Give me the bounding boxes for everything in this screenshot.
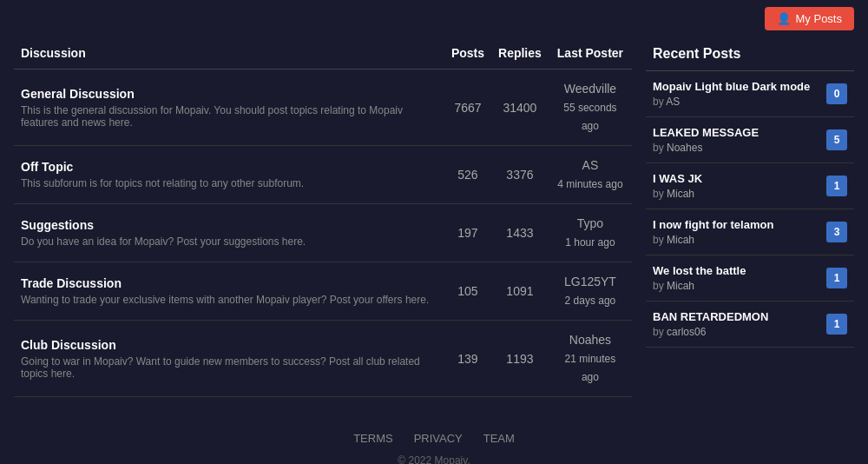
posts-cell: 139 <box>444 321 491 397</box>
footer-copy-line1: © 2022 Mopaiv. <box>0 452 868 464</box>
footer-links: TERMS PRIVACY TEAM <box>0 432 868 445</box>
footer-copy: © 2022 Mopaiv. Originally created by Ind… <box>0 452 868 464</box>
replies-cell: 1433 <box>491 204 549 262</box>
discussion-title: Off Topic <box>21 160 437 174</box>
recent-post-info: LEAKED MESSAGE by Noahes <box>653 126 826 154</box>
forum-table-section: Discussion Posts Replies Last Poster Gen… <box>14 37 632 397</box>
table-row[interactable]: Off Topic This subforum is for topics no… <box>14 146 632 204</box>
col-header-last-poster: Last Poster <box>549 37 632 70</box>
recent-post-item[interactable]: I now fight for telamon by Micah 3 <box>646 209 854 255</box>
discussion-cell: Off Topic This subforum is for topics no… <box>14 146 444 204</box>
posts-cell: 526 <box>444 146 491 204</box>
posts-cell: 105 <box>444 262 491 321</box>
discussion-cell: Trade Discussion Wanting to trade your e… <box>14 262 444 321</box>
recent-post-badge: 1 <box>826 268 847 288</box>
poster-cell: Typo1 hour ago <box>549 204 632 262</box>
discussion-title: Suggestions <box>21 218 437 232</box>
discussion-title: Trade Discussion <box>21 276 437 290</box>
recent-post-title: I now fight for telamon <box>653 218 819 231</box>
discussion-desc: Going to war in Mopaiv? Want to guide ne… <box>21 355 437 380</box>
terms-link[interactable]: TERMS <box>353 432 393 445</box>
recent-post-by: by Micah <box>653 188 819 200</box>
recent-post-item[interactable]: LEAKED MESSAGE by Noahes 5 <box>646 117 854 163</box>
recent-post-by: by AS <box>653 96 819 108</box>
discussion-cell: Club Discussion Going to war in Mopaiv? … <box>14 321 444 397</box>
recent-post-title: Mopaiv Light blue Dark mode <box>653 80 819 93</box>
poster-cell: Noahes21 minutes ago <box>549 321 632 397</box>
recent-post-item[interactable]: BAN RETARDEDMON by carlos06 1 <box>646 302 854 348</box>
table-row[interactable]: Club Discussion Going to war in Mopaiv? … <box>14 321 632 397</box>
my-posts-label: My Posts <box>796 12 842 25</box>
recent-post-info: We lost the battle by Micah <box>653 264 826 292</box>
discussion-desc: Wanting to trade your exclusive items wi… <box>21 294 437 306</box>
recent-post-badge: 5 <box>826 129 847 150</box>
main-content: Discussion Posts Replies Last Poster Gen… <box>0 37 868 411</box>
recent-post-item[interactable]: Mopaiv Light blue Dark mode by AS 0 <box>646 71 854 117</box>
recent-post-info: BAN RETARDEDMON by carlos06 <box>653 310 826 338</box>
topbar: 👤 My Posts <box>0 0 868 37</box>
recent-post-by: by Micah <box>653 280 819 292</box>
recent-post-badge: 3 <box>826 222 847 242</box>
discussion-title: General Discussion <box>21 87 437 101</box>
col-header-posts: Posts <box>444 37 491 70</box>
forum-table: Discussion Posts Replies Last Poster Gen… <box>14 37 632 397</box>
recent-post-badge: 1 <box>826 176 847 196</box>
team-link[interactable]: TEAM <box>483 432 515 445</box>
poster-cell: AS4 minutes ago <box>549 146 632 204</box>
table-row[interactable]: Suggestions Do you have an idea for Mopa… <box>14 204 632 262</box>
recent-post-title: BAN RETARDEDMON <box>653 310 819 323</box>
table-row[interactable]: Trade Discussion Wanting to trade your e… <box>14 262 632 321</box>
privacy-link[interactable]: PRIVACY <box>414 432 463 445</box>
recent-post-by: by Micah <box>653 234 819 246</box>
recent-post-badge: 0 <box>826 83 847 104</box>
recent-post-info: I WAS JK by Micah <box>653 172 826 200</box>
posts-cell: 7667 <box>444 70 491 146</box>
recent-post-title: We lost the battle <box>653 264 819 277</box>
posts-cell: 197 <box>444 204 491 262</box>
poster-cell: LG125YT2 days ago <box>549 262 632 321</box>
discussion-cell: General Discussion This is the general d… <box>14 70 444 146</box>
recent-post-item[interactable]: I WAS JK by Micah 1 <box>646 163 854 209</box>
recent-post-badge: 1 <box>826 314 847 335</box>
recent-posts-list: Mopaiv Light blue Dark mode by AS 0 LEAK… <box>646 71 854 348</box>
recent-post-info: I now fight for telamon by Micah <box>653 218 826 246</box>
user-icon: 👤 <box>777 12 791 25</box>
replies-cell: 1091 <box>491 262 549 321</box>
discussion-desc: This is the general discussion for Mopai… <box>21 104 437 129</box>
my-posts-button[interactable]: 👤 My Posts <box>765 7 854 30</box>
discussion-title: Club Discussion <box>21 338 437 352</box>
discussion-desc: Do you have an idea for Mopaiv? Post you… <box>21 235 437 248</box>
col-header-discussion: Discussion <box>14 37 444 70</box>
replies-cell: 3376 <box>491 146 549 204</box>
recent-post-title: LEAKED MESSAGE <box>653 126 819 139</box>
recent-post-by: by Noahes <box>653 142 819 154</box>
discussion-cell: Suggestions Do you have an idea for Mopa… <box>14 204 444 262</box>
replies-cell: 1193 <box>491 321 549 397</box>
poster-cell: Weedville55 seconds ago <box>549 70 632 146</box>
col-header-replies: Replies <box>491 37 549 70</box>
footer: TERMS PRIVACY TEAM © 2022 Mopaiv. Origin… <box>0 411 868 464</box>
table-header-row: Discussion Posts Replies Last Poster <box>14 37 632 70</box>
recent-post-title: I WAS JK <box>653 172 819 185</box>
recent-post-by: by carlos06 <box>653 326 819 338</box>
replies-cell: 31400 <box>491 70 549 146</box>
discussion-desc: This subforum is for topics not relating… <box>21 177 437 189</box>
recent-posts-header: Recent Posts <box>646 37 854 71</box>
recent-post-item[interactable]: We lost the battle by Micah 1 <box>646 255 854 302</box>
recent-post-info: Mopaiv Light blue Dark mode by AS <box>653 80 826 108</box>
recent-posts-section: Recent Posts Mopaiv Light blue Dark mode… <box>646 37 854 397</box>
table-row[interactable]: General Discussion This is the general d… <box>14 70 632 146</box>
